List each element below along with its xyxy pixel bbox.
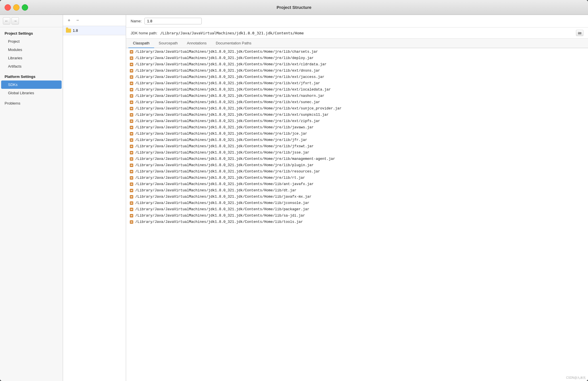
jar-icon xyxy=(130,151,134,155)
file-list-item[interactable]: /Library/Java/JavaVirtualMachines/jdk1.8… xyxy=(126,55,588,61)
forward-button[interactable]: → xyxy=(11,17,19,25)
jar-icon xyxy=(130,138,134,142)
file-path: /Library/Java/JavaVirtualMachines/jdk1.8… xyxy=(135,81,320,85)
jar-icon xyxy=(130,62,134,66)
file-list-item[interactable]: /Library/Java/JavaVirtualMachines/jdk1.8… xyxy=(126,175,588,181)
jar-icon xyxy=(130,56,134,60)
file-list-item[interactable]: /Library/Java/JavaVirtualMachines/jdk1.8… xyxy=(126,118,588,124)
sidebar-item-artifacts[interactable]: Artifacts xyxy=(0,62,63,70)
file-list-item[interactable]: /Library/Java/JavaVirtualMachines/jdk1.8… xyxy=(126,87,588,93)
file-path: /Library/Java/JavaVirtualMachines/jdk1.8… xyxy=(135,170,320,174)
jar-icon xyxy=(130,81,134,85)
file-list-item[interactable]: /Library/Java/JavaVirtualMachines/jdk1.8… xyxy=(126,162,588,168)
jar-icon xyxy=(130,182,134,186)
file-path: /Library/Java/JavaVirtualMachines/jdk1.8… xyxy=(135,113,329,117)
browse-button[interactable] xyxy=(576,30,583,36)
nav-buttons: ← → xyxy=(0,15,63,27)
folder-open-icon xyxy=(578,31,582,35)
tab-sourcepath[interactable]: Sourcepath xyxy=(154,39,183,48)
file-list-item[interactable]: /Library/Java/JavaVirtualMachines/jdk1.8… xyxy=(126,68,588,74)
back-button[interactable]: ← xyxy=(3,17,10,25)
file-list-item[interactable]: /Library/Java/JavaVirtualMachines/jdk1.8… xyxy=(126,156,588,162)
file-path: /Library/Java/JavaVirtualMachines/jdk1.8… xyxy=(135,214,305,218)
file-list-item[interactable]: /Library/Java/JavaVirtualMachines/jdk1.8… xyxy=(126,206,588,213)
window-title: Project Structure xyxy=(277,5,311,10)
file-path: /Library/Java/JavaVirtualMachines/jdk1.8… xyxy=(135,151,309,155)
jdk-path-label: JDK home path: xyxy=(131,31,157,35)
maximize-button[interactable] xyxy=(22,4,28,11)
jar-icon xyxy=(130,75,134,79)
jdk-path-row: JDK home path: /Library/Java/JavaVirtual… xyxy=(126,28,588,39)
sidebar-item-modules[interactable]: Modules xyxy=(0,46,63,54)
name-label: Name: xyxy=(131,19,142,23)
file-path: /Library/Java/JavaVirtualMachines/jdk1.8… xyxy=(135,207,309,211)
file-list-item[interactable]: /Library/Java/JavaVirtualMachines/jdk1.8… xyxy=(126,93,588,99)
sidebar-item-problems[interactable]: Problems xyxy=(0,97,63,107)
file-path: /Library/Java/JavaVirtualMachines/jdk1.8… xyxy=(135,50,318,54)
sidebar-item-libraries[interactable]: Libraries xyxy=(0,54,63,62)
close-button[interactable] xyxy=(5,4,11,11)
svg-rect-1 xyxy=(578,32,579,33)
minimize-button[interactable] xyxy=(13,4,19,11)
remove-sdk-button[interactable]: − xyxy=(74,17,81,24)
sdk-list-item[interactable]: 1.8 xyxy=(63,26,126,35)
jar-icon xyxy=(130,125,134,129)
file-path: /Library/Java/JavaVirtualMachines/jdk1.8… xyxy=(135,119,320,123)
sidebar-item-project[interactable]: Project xyxy=(0,37,63,46)
file-list-item[interactable]: /Library/Java/JavaVirtualMachines/jdk1.8… xyxy=(126,131,588,137)
name-row: Name: xyxy=(126,15,588,28)
tab-documentation[interactable]: Documentation Paths xyxy=(211,39,256,48)
sidebar: ← → Project Settings Project Modules Lib… xyxy=(0,15,63,381)
file-path: /Library/Java/JavaVirtualMachines/jdk1.8… xyxy=(135,163,314,167)
jar-icon xyxy=(130,176,134,180)
file-list-item[interactable]: /Library/Java/JavaVirtualMachines/jdk1.8… xyxy=(126,49,588,55)
sidebar-item-global-libraries[interactable]: Global Libraries xyxy=(0,89,63,97)
classpath-file-list[interactable]: /Library/Java/JavaVirtualMachines/jdk1.8… xyxy=(126,48,588,381)
jar-icon xyxy=(130,132,134,136)
file-path: /Library/Java/JavaVirtualMachines/jdk1.8… xyxy=(135,107,342,111)
jar-icon xyxy=(130,100,134,104)
file-path: /Library/Java/JavaVirtualMachines/jdk1.8… xyxy=(135,94,324,98)
file-list-item[interactable]: /Library/Java/JavaVirtualMachines/jdk1.8… xyxy=(126,61,588,68)
file-path: /Library/Java/JavaVirtualMachines/jdk1.8… xyxy=(135,195,311,199)
traffic-lights xyxy=(5,4,28,11)
file-path: /Library/Java/JavaVirtualMachines/jdk1.8… xyxy=(135,157,335,161)
file-path: /Library/Java/JavaVirtualMachines/jdk1.8… xyxy=(135,100,320,104)
tabs-bar: Classpath Sourcepath Annotations Documen… xyxy=(126,39,588,48)
file-list-item[interactable]: /Library/Java/JavaVirtualMachines/jdk1.8… xyxy=(126,213,588,219)
file-path: /Library/Java/JavaVirtualMachines/jdk1.8… xyxy=(135,201,309,205)
file-list-item[interactable]: /Library/Java/JavaVirtualMachines/jdk1.8… xyxy=(126,200,588,206)
file-list-item[interactable]: /Library/Java/JavaVirtualMachines/jdk1.8… xyxy=(126,80,588,87)
jar-icon xyxy=(130,157,134,161)
jar-icon xyxy=(130,195,134,199)
sdk-list-panel: + − 1.8 xyxy=(63,15,126,381)
file-list-item[interactable]: /Library/Java/JavaVirtualMachines/jdk1.8… xyxy=(126,194,588,200)
file-list-item[interactable]: /Library/Java/JavaVirtualMachines/jdk1.8… xyxy=(126,124,588,131)
file-list-item[interactable]: /Library/Java/JavaVirtualMachines/jdk1.8… xyxy=(126,74,588,80)
jar-icon xyxy=(130,88,134,92)
jar-icon xyxy=(130,69,134,73)
file-list-item[interactable]: /Library/Java/JavaVirtualMachines/jdk1.8… xyxy=(126,105,588,112)
jar-icon xyxy=(130,50,134,54)
add-sdk-button[interactable]: + xyxy=(65,17,73,24)
file-list-item[interactable]: /Library/Java/JavaVirtualMachines/jdk1.8… xyxy=(126,150,588,156)
file-list-item[interactable]: /Library/Java/JavaVirtualMachines/jdk1.8… xyxy=(126,187,588,194)
file-list-item[interactable]: /Library/Java/JavaVirtualMachines/jdk1.8… xyxy=(126,143,588,150)
detail-panel: Name: JDK home path: /Library/Java/JavaV… xyxy=(126,15,588,381)
jar-icon xyxy=(130,170,134,174)
folder-icon xyxy=(66,29,71,33)
jar-icon xyxy=(130,119,134,123)
file-list-item[interactable]: /Library/Java/JavaVirtualMachines/jdk1.8… xyxy=(126,219,588,225)
file-list-item[interactable]: /Library/Java/JavaVirtualMachines/jdk1.8… xyxy=(126,112,588,118)
jar-icon xyxy=(130,214,134,218)
file-list-item[interactable]: /Library/Java/JavaVirtualMachines/jdk1.8… xyxy=(126,168,588,175)
platform-settings-header: Platform Settings xyxy=(0,70,63,80)
name-input[interactable] xyxy=(144,18,202,24)
file-list-item[interactable]: /Library/Java/JavaVirtualMachines/jdk1.8… xyxy=(126,181,588,187)
sidebar-item-sdks[interactable]: SDKs xyxy=(1,80,62,89)
tab-classpath[interactable]: Classpath xyxy=(128,39,154,48)
tab-annotations[interactable]: Annotations xyxy=(182,39,211,48)
file-list-item[interactable]: /Library/Java/JavaVirtualMachines/jdk1.8… xyxy=(126,99,588,105)
file-path: /Library/Java/JavaVirtualMachines/jdk1.8… xyxy=(135,88,331,92)
file-list-item[interactable]: /Library/Java/JavaVirtualMachines/jdk1.8… xyxy=(126,137,588,143)
